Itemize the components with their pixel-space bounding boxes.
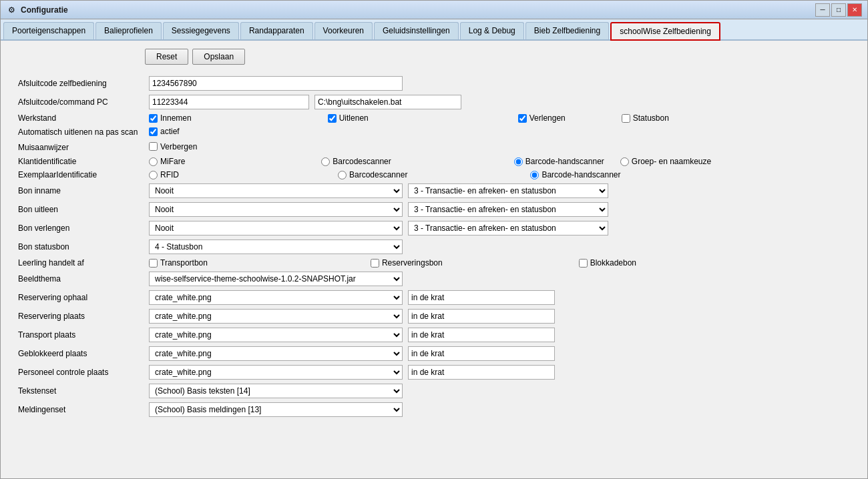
radio-rfid[interactable] <box>149 171 158 179</box>
select-transport-plaats[interactable]: crate_white.png <box>149 328 403 342</box>
checkbox-actief[interactable] <box>149 127 158 136</box>
row-automatisch: Automatisch uitlenen na pas scan actief <box>11 125 857 140</box>
radio-mifare[interactable] <box>149 157 158 166</box>
label-werkstand: Werkstand <box>11 111 145 125</box>
label-klant-barcode: Barcodescanner <box>333 157 391 166</box>
select-bon-verlengen-type[interactable]: 3 - Transactie- en afreken- en statusbon <box>408 221 608 235</box>
tab-balieprofielen[interactable]: Balieprofielen <box>95 22 162 39</box>
input-reservering-ophaal-text[interactable] <box>408 290 555 305</box>
radio-exemplaar-handscanner-label[interactable]: Barcode-handscanner <box>530 170 620 179</box>
select-bon-uitleen[interactable]: Nooit <box>149 202 403 217</box>
checkbox-reserveringsbon-label[interactable]: Reserveringsbon <box>371 258 443 268</box>
row-muisaanwijzer: Muisaanwijzer Verbergen <box>11 140 857 155</box>
checkbox-uitlenen[interactable] <box>328 114 337 123</box>
label-klant-handscanner: Barcode-handscanner <box>525 157 604 166</box>
select-bon-inname[interactable]: Nooit <box>149 183 403 198</box>
row-meldingenset: Meldingenset (School) Basis meldingen [1… <box>11 400 857 419</box>
label-actief: actief <box>160 127 180 136</box>
radio-klant-groep-label[interactable]: Groep- en naamkeuze <box>620 157 711 166</box>
label-automatisch: Automatisch uitlenen na pas scan <box>11 125 145 140</box>
checkbox-verbergen[interactable] <box>149 142 158 151</box>
select-reservering-plaats[interactable]: crate_white.png <box>149 309 403 324</box>
select-beeldthema[interactable]: wise-selfservice-theme-schoolwise-1.0.2-… <box>149 272 403 286</box>
radio-exemplaar-barcode-label[interactable]: Barcodescanner <box>338 170 407 179</box>
tab-log-debug[interactable]: Log & Debug <box>460 22 524 39</box>
row-werkstand: Werkstand Innemen Uitlenen <box>11 111 857 125</box>
row-transport-plaats: Transport plaats crate_white.png <box>11 326 857 344</box>
input-reservering-plaats-text[interactable] <box>408 309 555 324</box>
row-reservering-ophaal: Reservering ophaal crate_white.png <box>11 288 857 307</box>
radio-klant-groep[interactable] <box>620 157 629 166</box>
window-title: Configuratie <box>21 5 815 15</box>
radio-rfid-label[interactable]: RFID <box>149 170 179 179</box>
radio-klant-barcode[interactable] <box>321 157 330 166</box>
select-bon-verlengen[interactable]: Nooit <box>149 221 403 235</box>
tab-sessiegegevens[interactable]: Sessiegegevens <box>163 22 239 39</box>
tabs-bar: Poorteigenschappen Balieprofielen Sessie… <box>1 19 867 41</box>
checkbox-uitlenen-label[interactable]: Uitlenen <box>328 113 369 123</box>
checkbox-blokkadebon[interactable] <box>579 259 588 268</box>
maximize-button[interactable]: □ <box>831 3 846 17</box>
label-innemen: Innemen <box>160 113 192 123</box>
checkbox-actief-label[interactable]: actief <box>149 127 180 136</box>
row-bon-verlengen: Bon verlengen Nooit 3 - Transactie- en a… <box>11 219 857 237</box>
checkbox-reserveringsbon[interactable] <box>371 259 379 268</box>
checkbox-transportbon-label[interactable]: Transportbon <box>149 258 208 268</box>
radio-exemplaar-handscanner[interactable] <box>530 171 539 179</box>
tab-voorkeuren[interactable]: Voorkeuren <box>314 22 373 39</box>
label-muisaanwijzer: Muisaanwijzer <box>11 140 145 155</box>
checkbox-transportbon[interactable] <box>149 259 158 268</box>
label-statusbon: Statusbon <box>633 113 669 123</box>
label-beeldthema: Beeldthema <box>11 270 145 288</box>
row-klantidentificatie: Klantidentificatie MiFare Barcodescanner <box>11 155 857 168</box>
select-bon-statusbon[interactable]: 4 - Statusbon <box>149 240 403 254</box>
label-exemplaar-barcode: Barcodescanner <box>349 170 407 179</box>
tab-bieb-zelfbediening[interactable]: Bieb Zelfbediening <box>525 22 609 39</box>
label-personeel: Personeel controle plaats <box>11 363 145 382</box>
tab-poorteigenschappen[interactable]: Poorteigenschappen <box>3 22 94 39</box>
checkbox-statusbon[interactable] <box>622 114 630 123</box>
checkbox-verlengen-label[interactable]: Verlengen <box>518 113 566 123</box>
checkbox-statusbon-label[interactable]: Statusbon <box>622 113 669 123</box>
label-klant-groep: Groep- en naamkeuze <box>632 157 711 166</box>
input-afsluitcode-command[interactable] <box>149 95 309 109</box>
radio-klant-handscanner-label[interactable]: Barcode-handscanner <box>514 157 604 166</box>
reset-button[interactable]: Reset <box>145 49 188 65</box>
tab-schoolwise-zelfbediening[interactable]: schoolWise Zelfbediening <box>610 22 720 41</box>
radio-mifare-label[interactable]: MiFare <box>149 157 185 166</box>
select-reservering-ophaal[interactable]: crate_white.png <box>149 290 403 305</box>
window-icon: ⚙ <box>6 5 17 15</box>
save-button[interactable]: Opslaan <box>192 49 245 65</box>
radio-klant-barcode-label[interactable]: Barcodescanner <box>321 157 391 166</box>
select-bon-uitleen-type[interactable]: 3 - Transactie- en afreken- en statusbon <box>408 202 608 217</box>
close-button[interactable]: ✕ <box>847 3 862 17</box>
tab-randapparaten[interactable]: Randapparaten <box>240 22 313 39</box>
label-rfid: RFID <box>160 170 179 179</box>
select-meldingenset[interactable]: (School) Basis meldingen [13] <box>149 402 403 417</box>
input-transport-plaats-text[interactable] <box>408 328 555 342</box>
select-geblokkeerd[interactable]: crate_white.png <box>149 346 403 361</box>
checkbox-blokkadebon-label[interactable]: Blokkadebon <box>579 258 636 268</box>
checkbox-verlengen[interactable] <box>518 114 527 123</box>
input-geblokkeerd-text[interactable] <box>408 346 555 361</box>
select-bon-inname-type[interactable]: 3 - Transactie- en afreken- en statusbon <box>408 183 608 198</box>
label-afsluitcode: Afsluitcode zelfbediening <box>11 74 145 93</box>
select-tekstenset[interactable]: (School) Basis teksten [14] <box>149 384 403 398</box>
label-reservering-plaats: Reservering plaats <box>11 307 145 326</box>
checkbox-innemen-label[interactable]: Innemen <box>149 113 192 123</box>
row-afsluitcode: Afsluitcode zelfbediening <box>11 74 857 93</box>
row-afsluitcode-command: Afsluitcode/command PC <box>11 93 857 111</box>
radio-klant-handscanner[interactable] <box>514 157 523 166</box>
select-personeel[interactable]: crate_white.png <box>149 365 403 380</box>
title-bar: ⚙ Configuratie ─ □ ✕ <box>1 1 867 19</box>
label-mifare: MiFare <box>160 157 185 166</box>
minimize-button[interactable]: ─ <box>815 3 830 17</box>
checkbox-innemen[interactable] <box>149 114 158 123</box>
toolbar: Reset Opslaan <box>11 49 857 65</box>
input-personeel-text[interactable] <box>408 365 555 380</box>
tab-geluidsinstellingen[interactable]: Geluidsinstellingen <box>374 22 459 39</box>
radio-exemplaar-barcode[interactable] <box>338 171 347 179</box>
checkbox-verbergen-label[interactable]: Verbergen <box>149 142 197 151</box>
input-afsluitcode-path[interactable] <box>314 95 461 109</box>
input-afsluitcode[interactable] <box>149 76 403 91</box>
